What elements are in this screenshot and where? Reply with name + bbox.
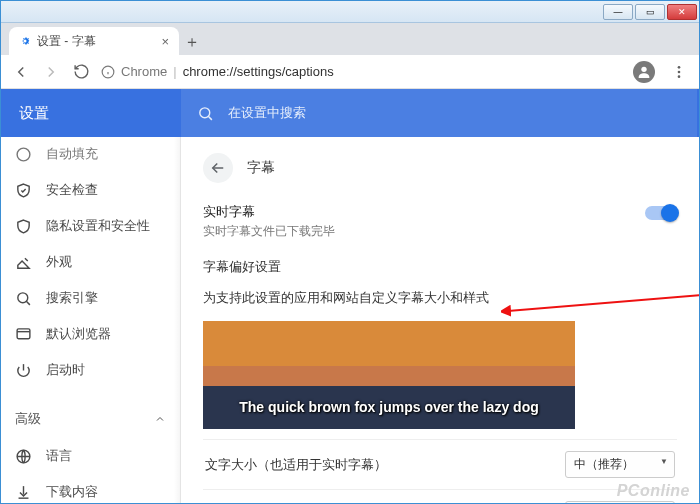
nav-reload-button[interactable] (71, 62, 91, 82)
sidebar-item-label: 外观 (46, 253, 72, 271)
os-titlebar: — ▭ ✕ (1, 1, 699, 23)
profile-avatar-button[interactable] (633, 61, 655, 83)
caption-preview: The quick brown fox jumps over the lazy … (203, 321, 575, 429)
sidebar-item-safety[interactable]: 安全检查 (1, 172, 180, 208)
page-title: 字幕 (247, 159, 275, 177)
download-icon (15, 484, 32, 501)
svg-point-7 (18, 292, 28, 302)
settings-gear-icon (19, 35, 31, 47)
setting-label: 文字大小（也适用于实时字幕） (205, 456, 387, 474)
sidebar-item-downloads[interactable]: 下载内容 (1, 474, 180, 503)
live-caption-row: 实时字幕 实时字幕文件已下载完毕 (203, 199, 677, 254)
app-header: 设置 在设置中搜索 (1, 89, 699, 137)
sidebar-item-autofill[interactable]: 自动填充 (1, 139, 180, 172)
shield-icon (15, 218, 32, 235)
live-caption-subtitle: 实时字幕文件已下载完毕 (203, 223, 335, 240)
sidebar-section-label: 高级 (15, 410, 41, 428)
preview-caption-text: The quick brown fox jumps over the lazy … (239, 399, 538, 415)
live-caption-toggle[interactable] (645, 206, 677, 220)
new-tab-button[interactable]: ＋ (179, 29, 205, 55)
nav-back-button[interactable] (11, 62, 31, 82)
sidebar-item-label: 自动填充 (46, 145, 98, 163)
arrow-left-icon (209, 159, 227, 177)
nav-forward-button[interactable] (41, 62, 61, 82)
url-display[interactable]: Chrome | chrome://settings/captions (101, 64, 623, 79)
svg-point-4 (678, 75, 681, 78)
browser-icon (15, 326, 32, 343)
browser-tab[interactable]: 设置 - 字幕 × (9, 27, 179, 55)
svg-point-3 (678, 70, 681, 73)
window-maximize-button[interactable]: ▭ (635, 4, 665, 20)
url-path: chrome://settings/captions (183, 64, 334, 79)
window-minimize-button[interactable]: — (603, 4, 633, 20)
page-back-button[interactable] (203, 153, 233, 183)
svg-rect-8 (17, 328, 30, 338)
sidebar-item-label: 默认浏览器 (46, 325, 111, 343)
sidebar-item-label: 启动时 (46, 361, 85, 379)
settings-search[interactable]: 在设置中搜索 (181, 89, 697, 137)
chevron-up-icon (154, 413, 166, 425)
globe-icon (15, 448, 32, 465)
appearance-icon (15, 254, 32, 271)
window-close-button[interactable]: ✕ (667, 4, 697, 20)
tab-strip: 设置 - 字幕 × ＋ (1, 23, 699, 55)
sidebar-item-label: 搜索引擎 (46, 289, 98, 307)
overflow-menu-button[interactable] (669, 62, 689, 82)
caption-pref-title: 字幕偏好设置 (203, 254, 677, 290)
app-title: 设置 (19, 104, 181, 123)
caption-pref-description: 为支持此设置的应用和网站自定义字幕大小和样式 (203, 290, 677, 321)
sidebar-item-startup[interactable]: 启动时 (1, 352, 180, 388)
search-placeholder: 在设置中搜索 (228, 104, 306, 122)
svg-point-2 (678, 66, 681, 69)
svg-point-6 (17, 148, 30, 161)
svg-point-5 (200, 107, 210, 117)
sidebar-item-label: 隐私设置和安全性 (46, 217, 150, 235)
sidebar-item-privacy[interactable]: 隐私设置和安全性 (1, 208, 180, 244)
search-icon (15, 290, 32, 307)
address-bar: Chrome | chrome://settings/captions (1, 55, 699, 89)
tab-title: 设置 - 字幕 (37, 33, 96, 50)
svg-point-1 (641, 66, 646, 71)
sidebar-item-search[interactable]: 搜索引擎 (1, 280, 180, 316)
sidebar: 自动填充 安全检查 隐私设置和安全性 外观 搜索引擎 默认浏览器 (1, 137, 181, 503)
sidebar-item-languages[interactable]: 语言 (1, 438, 180, 474)
site-info-icon (101, 65, 115, 79)
sidebar-item-label: 安全检查 (46, 181, 98, 199)
power-icon (15, 362, 32, 379)
live-caption-title: 实时字幕 (203, 203, 335, 221)
setting-row-font: 文本字体 默认 (203, 489, 677, 503)
search-icon (197, 105, 214, 122)
textsize-select[interactable]: 中（推荐） (565, 451, 675, 478)
sidebar-item-appearance[interactable]: 外观 (1, 244, 180, 280)
shield-check-icon (15, 182, 32, 199)
setting-row-textsize: 文字大小（也适用于实时字幕） 中（推荐） (203, 439, 677, 489)
main-content: 字幕 实时字幕 实时字幕文件已下载完毕 字幕偏好设置 为支持此设置的应用和网站自… (181, 137, 699, 503)
sidebar-item-label: 下载内容 (46, 483, 98, 501)
sidebar-advanced-toggle[interactable]: 高级 (1, 400, 180, 438)
font-select[interactable]: 默认 (565, 501, 675, 503)
sidebar-item-default-browser[interactable]: 默认浏览器 (1, 316, 180, 352)
sidebar-item-label: 语言 (46, 447, 72, 465)
url-scheme: Chrome (121, 64, 167, 79)
tab-close-icon[interactable]: × (161, 34, 169, 49)
autofill-icon (15, 146, 32, 163)
